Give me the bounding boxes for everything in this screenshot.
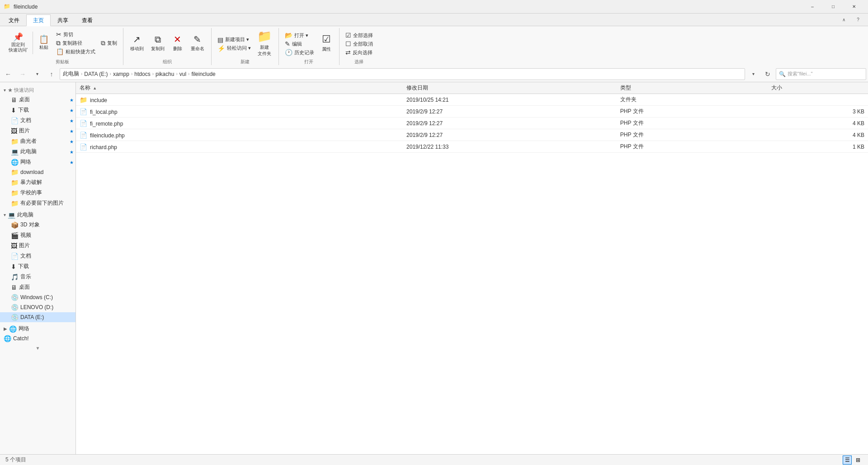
d-icon: 💿	[11, 304, 19, 311]
easy-access-button[interactable]: ⚡ 轻松访问 ▾	[215, 44, 253, 52]
e-icon: 💿	[11, 314, 19, 321]
ribbon-help-btn[interactable]: ?	[852, 14, 864, 26]
rename-button[interactable]: ✎ 重命名	[188, 30, 208, 56]
tab-file[interactable]: 文件	[2, 14, 26, 26]
cut-button[interactable]: ✂ 剪切	[54, 30, 98, 38]
sidebar-scroll-down[interactable]: ▼	[0, 343, 75, 352]
this-pc-header[interactable]: ▾ 💻 此电脑	[0, 208, 75, 220]
addr-htdocs[interactable]: htdocs	[134, 71, 150, 77]
copy-label: 复制	[107, 40, 117, 47]
sidebar-item-custom1[interactable]: 📁 曲光者 ★	[0, 136, 75, 146]
sidebar-item-desktop2[interactable]: 🖥 桌面	[0, 282, 75, 292]
table-row[interactable]: 📁include 2019/10/25 14:21 文件夹	[76, 94, 868, 106]
sidebar-item-3d[interactable]: 📦 3D 对象	[0, 220, 75, 230]
title-bar-title: fileinclude	[14, 4, 802, 10]
copy-path-button[interactable]: ⧉ 复制路径	[54, 39, 98, 47]
pictures-icon: 🖼	[11, 127, 17, 135]
thispc-quick-icon: 💻	[11, 148, 19, 155]
properties-button[interactable]: ☑ 属性	[317, 30, 335, 56]
large-icons-button[interactable]: ⊞	[854, 456, 863, 465]
sidebar-item-desktop[interactable]: 🖥 桌面 ★	[0, 94, 75, 105]
sidebar-item-e[interactable]: 💿 DATA (E:)	[0, 312, 75, 322]
addr-pikachu[interactable]: pikachu	[156, 71, 174, 77]
col-header-size[interactable]: 大小	[768, 82, 868, 94]
table-row[interactable]: 📄fi_remote.php 2019/2/9 12:27 PHP 文件 4 K…	[76, 117, 868, 129]
sidebar-item-images[interactable]: 🖼 图片	[0, 240, 75, 251]
history-button[interactable]: 🕐 历史记录	[283, 48, 316, 56]
table-row[interactable]: 📄fi_local.php 2019/2/9 12:27 PHP 文件 3 KB	[76, 106, 868, 117]
paste-shortcut-button[interactable]: 📋 粘贴快捷方式	[54, 47, 98, 56]
pin-button[interactable]: 📌 固定到快速访问'	[5, 30, 31, 56]
sidebar-item-bruteforce[interactable]: 📁 暴力破解	[0, 177, 75, 188]
desktop2-label: 桌面	[19, 283, 30, 291]
cell-name: 📁include	[76, 94, 403, 106]
video-icon: 🎬	[11, 232, 19, 239]
addr-vul[interactable]: vul	[179, 71, 186, 77]
invert-button[interactable]: ⇄ 反向选择	[343, 48, 375, 56]
table-row[interactable]: 📄fileinclude.php 2019/2/9 12:27 PHP 文件 4…	[76, 129, 868, 141]
minimize-button[interactable]: –	[802, 0, 823, 14]
addr-xampp[interactable]: xampp	[113, 71, 129, 77]
sidebar-item-thispc-quick[interactable]: 💻 此电脑 ★	[0, 146, 75, 157]
col-header-name[interactable]: 名称 ▲	[76, 82, 403, 94]
sidebar-item-pictures[interactable]: 🖼 图片 ★	[0, 126, 75, 136]
edit-button[interactable]: ✎ 编辑	[283, 40, 316, 48]
quick-access-header[interactable]: ▾ ★ 快速访问	[0, 84, 75, 94]
sidebar-item-network-quick[interactable]: 🌐 网络 ★	[0, 157, 75, 167]
sidebar-item-download[interactable]: 📁 download	[0, 167, 75, 177]
pin-label: 固定到快速访问'	[9, 42, 28, 53]
sidebar-item-documents[interactable]: 📄 文档	[0, 251, 75, 261]
tab-share[interactable]: 共享	[51, 14, 75, 26]
address-dropdown-button[interactable]: ▾	[747, 68, 760, 80]
move-to-button[interactable]: ↗ 移动到	[127, 30, 147, 56]
new-folder-button[interactable]: 📁 新建文件夹	[254, 30, 275, 56]
ribbon-group-clipboard: 📌 固定到快速访问' 📋 粘贴 ✂ 剪切 ⧉ 复制路径 📋 粘贴快	[2, 28, 123, 65]
sidebar-item-dl[interactable]: ⬇ 下载	[0, 261, 75, 272]
col-header-date[interactable]: 修改日期	[403, 82, 617, 94]
recent-locations-button[interactable]: ▾	[31, 68, 43, 80]
sidebar-item-d[interactable]: 💿 LENOVO (D:)	[0, 302, 75, 312]
paste-button[interactable]: 📋 粘贴	[35, 30, 53, 56]
tab-home[interactable]: 主页	[26, 14, 51, 26]
clipboard-small-btns: ✂ 剪切 ⧉ 复制路径 📋 粘贴快捷方式	[54, 30, 98, 56]
music-label: 音乐	[20, 273, 31, 281]
forward-button[interactable]: →	[16, 68, 29, 80]
search-bar[interactable]: 🔍 搜索"filei..."	[776, 68, 866, 80]
network-header[interactable]: ▶ 🌐 网络	[0, 322, 75, 333]
col-header-type[interactable]: 类型	[617, 82, 768, 94]
sidebar-item-downloads[interactable]: ⬇ 下载 ★	[0, 105, 75, 115]
addr-data[interactable]: DATA (E:)	[84, 71, 108, 77]
sidebar-item-c[interactable]: 💿 Windows (C:)	[0, 292, 75, 302]
open-button[interactable]: 📂 打开 ▾	[283, 31, 316, 39]
sidebar-item-docs[interactable]: 📄 文档 ★	[0, 115, 75, 126]
select-none-button[interactable]: ☐ 全部取消	[343, 40, 375, 48]
address-bar[interactable]: 此电脑 › DATA (E:) › xampp › htdocs › pikac…	[60, 68, 745, 80]
back-button[interactable]: ←	[2, 68, 14, 80]
table-row[interactable]: 📄richard.php 2019/12/22 11:33 PHP 文件 1 K…	[76, 141, 868, 153]
copy-button[interactable]: ⧉ 复制	[99, 39, 119, 47]
addr-fileinclude[interactable]: fileinclude	[191, 71, 215, 77]
copy-to-label: 复制到	[151, 46, 165, 52]
ribbon-collapse-btn[interactable]: ∧	[837, 14, 850, 26]
paste-shortcut-icon: 📋	[56, 48, 64, 55]
sidebar-item-video[interactable]: 🎬 视频	[0, 230, 75, 240]
copy-to-button[interactable]: ⧉ 复制到	[148, 30, 168, 56]
sidebar-item-catch[interactable]: 🌐 Catch!	[0, 333, 75, 343]
sidebar-item-school[interactable]: 📁 学校的事	[0, 188, 75, 198]
maximize-button[interactable]: □	[823, 0, 844, 14]
sidebar-item-pics[interactable]: 📁 有必要留下的图片	[0, 198, 75, 208]
new-item-button[interactable]: ▤ 新建项目 ▾	[215, 36, 253, 44]
details-view-button[interactable]: ☰	[843, 456, 852, 465]
close-button[interactable]: ✕	[844, 0, 864, 14]
delete-button[interactable]: ✕ 删除	[169, 30, 187, 56]
network-icon: 🌐	[9, 325, 17, 333]
sidebar-item-music[interactable]: 🎵 音乐	[0, 272, 75, 282]
docs-icon: 📄	[11, 117, 19, 124]
title-bar: 📁 fileinclude – □ ✕	[0, 0, 868, 14]
addr-pc[interactable]: 此电脑	[63, 70, 79, 78]
refresh-button[interactable]: ↻	[761, 68, 774, 80]
tab-view[interactable]: 查看	[75, 14, 99, 26]
select-all-button[interactable]: ☑ 全部选择	[343, 31, 375, 39]
up-button[interactable]: ↑	[45, 68, 58, 80]
quick-access-chevron: ▾	[4, 88, 6, 93]
